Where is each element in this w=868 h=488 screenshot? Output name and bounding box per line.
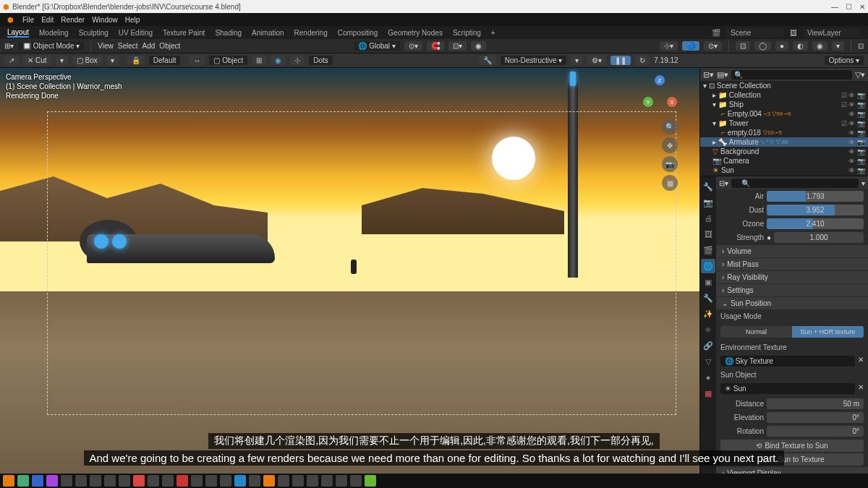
tree-tower[interactable]: ▾ 📁Tower ☑ 👁 📷: [700, 119, 868, 128]
task-app-icon[interactable]: [336, 475, 347, 487]
outliner-filter-icon[interactable]: ▽▾: [855, 70, 865, 80]
tree-background[interactable]: ▽Background 👁 📷: [700, 147, 868, 156]
rotation-value[interactable]: 0°: [767, 426, 864, 437]
task-app-icon[interactable]: [90, 475, 101, 487]
strength-value[interactable]: 1.000: [774, 232, 864, 243]
tree-sun[interactable]: ☀Sun 👁 📷: [700, 166, 868, 175]
task-app-icon[interactable]: [133, 475, 145, 487]
cut-tool[interactable]: ✕ Cut: [23, 56, 51, 65]
task-app-icon[interactable]: [32, 475, 43, 487]
tree-armature[interactable]: ▸ 🦴Armature ᵗ₆ ᴬ ▽ ▽ 65 👁 📷: [700, 137, 868, 147]
task-app-icon[interactable]: [249, 475, 260, 487]
display-mode[interactable]: Dots: [309, 56, 333, 65]
editor-type-icon[interactable]: ⊞▾: [4, 42, 14, 50]
sun-obj-field[interactable]: ☀ Sun: [720, 383, 855, 394]
distance-value[interactable]: 50 m: [767, 398, 864, 409]
maximize-area-icon[interactable]: ⊡: [858, 42, 864, 50]
gear-icon[interactable]: ⚙▾: [587, 56, 606, 65]
snap-toggle[interactable]: 🧲: [427, 41, 444, 51]
panel-sunpos[interactable]: Sun Position: [716, 297, 868, 309]
env-tex-clear-icon[interactable]: ✕: [858, 356, 864, 367]
ozone-value[interactable]: 2.410: [767, 218, 864, 229]
task-app-icon[interactable]: [220, 475, 231, 487]
nondestructive-mode[interactable]: Non-Destructive ▾: [501, 56, 566, 65]
panel-ray[interactable]: Ray Visibility: [716, 271, 868, 283]
prop-tab-scene[interactable]: 🎬: [701, 243, 715, 257]
props-type-icon[interactable]: ⊟▾: [719, 179, 728, 187]
nd-icon[interactable]: 🔧: [479, 56, 496, 65]
snap-icon[interactable]: ◉: [271, 56, 286, 65]
viewlayer-selector[interactable]: ViewLayer: [803, 28, 861, 38]
gizmo-toggle[interactable]: ⊹▾: [660, 41, 678, 51]
panel-viewport[interactable]: Viewport Display: [716, 467, 868, 474]
tab-compositing[interactable]: Compositing: [338, 29, 378, 37]
prop-tab-modifier[interactable]: 🔧: [701, 291, 715, 305]
task-app-icon[interactable]: [61, 475, 72, 487]
prop-tab-texture[interactable]: ▦: [701, 386, 715, 401]
menu-add[interactable]: Add: [142, 42, 156, 50]
refresh-icon[interactable]: ↻: [635, 56, 650, 65]
task-app-icon[interactable]: [292, 475, 304, 487]
prop-tab-world[interactable]: 🌐: [701, 259, 715, 273]
shading-material[interactable]: ◐: [793, 41, 808, 51]
tree-empty004[interactable]: ⌐Empty.004 ⌐3 ▽99 ⌐6 👁 📷: [700, 109, 868, 119]
task-app-icon[interactable]: [234, 475, 246, 487]
elevation-value[interactable]: 0°: [767, 412, 864, 423]
props-search[interactable]: [731, 179, 859, 188]
tree-empty018[interactable]: ⌐empty.018 ▽10 ⌐5 👁 📷: [700, 128, 868, 137]
menu-window[interactable]: Window: [92, 16, 118, 24]
maximize-button[interactable]: ☐: [846, 3, 852, 11]
sun-obj-clear-icon[interactable]: ✕: [858, 383, 864, 394]
axis-y-icon[interactable]: Y: [643, 97, 653, 107]
menu-edit[interactable]: Edit: [41, 16, 54, 24]
move-view-icon[interactable]: ✥: [662, 137, 678, 153]
task-app-icon[interactable]: [350, 475, 362, 487]
shading-solid[interactable]: ●: [775, 41, 788, 51]
scene-selector[interactable]: Scene: [726, 28, 784, 38]
tab-rendering[interactable]: Rendering: [294, 29, 328, 37]
pivot-selector[interactable]: ⊙▾: [404, 41, 422, 51]
xray-toggle[interactable]: ⊡: [736, 41, 750, 51]
shape-dropdown[interactable]: ▾: [106, 56, 119, 65]
shading-options[interactable]: ▾: [832, 41, 844, 51]
menu-render[interactable]: Render: [61, 16, 85, 24]
air-value[interactable]: 1.793: [767, 191, 864, 202]
overlay-toggle[interactable]: 🔵: [682, 41, 699, 51]
tab-scripting[interactable]: Scripting: [453, 29, 481, 37]
camera-view-icon[interactable]: 📷: [662, 156, 678, 172]
add-workspace-button[interactable]: +: [491, 29, 495, 37]
tab-modeling[interactable]: Modeling: [39, 29, 69, 37]
prop-tab-render[interactable]: 📷: [701, 195, 715, 210]
task-app-icon[interactable]: [17, 475, 29, 487]
prop-tab-particle[interactable]: ✨: [701, 307, 715, 321]
menu-view[interactable]: View: [98, 42, 114, 50]
menu-select[interactable]: Select: [118, 42, 138, 50]
tree-root[interactable]: ▾ ⊡Scene Collection: [700, 81, 868, 90]
tab-layout[interactable]: Layout: [7, 28, 29, 38]
outliner-type-icon[interactable]: ⊟▾: [703, 70, 714, 80]
task-app-icon[interactable]: [278, 475, 289, 487]
prop-tab-output[interactable]: 🖨: [701, 211, 715, 226]
tab-texture[interactable]: Texture Paint: [163, 29, 205, 37]
prop-tab-physics[interactable]: ⚛: [701, 322, 715, 337]
prop-tab-tool[interactable]: 🔧: [701, 179, 715, 194]
panel-mist[interactable]: Mist Pass: [716, 258, 868, 270]
bind-texture-button[interactable]: ⟲Bind Texture to Sun: [720, 440, 864, 452]
task-app-icon[interactable]: [307, 475, 318, 487]
task-app-icon[interactable]: [191, 475, 203, 487]
prop-tab-constraint[interactable]: 🔗: [701, 338, 715, 353]
overlay-options[interactable]: ⊙▾: [704, 41, 722, 51]
task-app-icon[interactable]: [205, 475, 217, 487]
perspective-icon[interactable]: ▦: [662, 175, 678, 191]
panel-volume[interactable]: Volume: [716, 245, 868, 257]
viewport-3d[interactable]: Camera Perspective (1) Scene Collection …: [0, 68, 699, 474]
strength-dot-icon[interactable]: ●: [767, 234, 771, 241]
lock-toggle[interactable]: 🔒: [127, 56, 145, 65]
menu-help[interactable]: Help: [125, 16, 140, 24]
default-preset[interactable]: Default: [149, 56, 181, 65]
prop-tab-viewlayer[interactable]: 🖼: [701, 227, 715, 241]
outliner-search[interactable]: [731, 70, 852, 80]
orientation-selector[interactable]: 🌐 Global ▾: [354, 41, 399, 51]
task-app-icon[interactable]: [263, 475, 275, 487]
move-icon[interactable]: ↔: [189, 56, 205, 65]
